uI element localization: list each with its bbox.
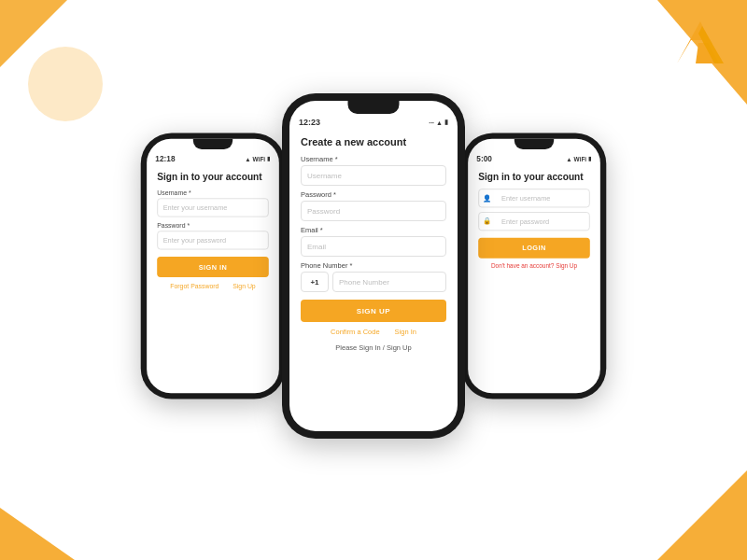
phone-right-screen: 5:00 ▲ WiFi ▮ Sign in to your account 👤 … (468, 139, 600, 393)
center-link-row: Confirm a Code Sign In (301, 328, 446, 336)
signin-link-center[interactable]: Sign In (395, 328, 416, 336)
notch-center (348, 101, 400, 114)
left-screen-title: Sign in to your account (157, 172, 269, 182)
no-account-text: Don't have an account? Sign Up (478, 262, 590, 268)
left-screen-content: Sign in to your account Username * Enter… (147, 166, 279, 299)
corner-decoration-bl (0, 485, 75, 560)
left-username-label: Username * (157, 189, 269, 196)
lock-icon: 🔒 (483, 217, 491, 225)
phone-left-screen: 12:18 ▲ WiFi ▮ Sign in to your account U… (147, 139, 279, 393)
center-phone-label: Phone Number * (301, 261, 446, 270)
status-icons-left: ▲ WiFi ▮ (245, 155, 270, 161)
time-left: 12:18 (155, 154, 175, 162)
phone-right: 5:00 ▲ WiFi ▮ Sign in to your account 👤 … (462, 133, 607, 399)
center-username-input[interactable]: Username (301, 165, 446, 186)
phones-container: 12:18 ▲ WiFi ▮ Sign in to your account U… (0, 93, 747, 439)
right-password-wrapper: 🔒 Enter password (478, 212, 590, 231)
signal-icon: ▲ (245, 156, 250, 161)
dots-icon: ··· (429, 119, 434, 126)
phone-center-screen: 12:23 ··· ▲ ▮ Create a new account Usern… (289, 101, 458, 431)
signin-button[interactable]: SIGN IN (157, 257, 269, 277)
status-icons-right: ▲ WiFi ▮ (566, 155, 591, 161)
center-password-input[interactable]: Password (301, 201, 446, 221)
battery-icon-right: ▮ (588, 155, 592, 161)
corner-decoration-br (635, 448, 747, 560)
center-screen-content: Create a new account Username * Username… (289, 131, 458, 361)
center-username-label: Username * (301, 155, 446, 163)
center-email-input[interactable]: Email (301, 236, 446, 257)
right-password-input[interactable]: Enter password (478, 212, 590, 231)
phone-number-input[interactable]: Phone Number (332, 272, 446, 292)
signup-link-left[interactable]: Sign Up (233, 282, 256, 289)
left-password-input[interactable]: Enter your password (157, 231, 269, 249)
signal-icon-right: ▲ (566, 156, 571, 161)
left-link-row: Forgot Password Sign Up (157, 282, 269, 289)
phone-left: 12:18 ▲ WiFi ▮ Sign in to your account U… (141, 133, 286, 399)
signup-button[interactable]: SIGN UP (301, 300, 446, 322)
center-email-label: Email * (301, 226, 446, 234)
wifi-icon: WiFi (253, 156, 266, 161)
center-screen-title: Create a new account (301, 136, 446, 147)
brand-logo (672, 17, 728, 68)
country-code[interactable]: +1 (301, 272, 329, 292)
wifi-icon-right: WiFi (574, 156, 587, 161)
time-center: 12:23 (299, 118, 320, 127)
notch-left (193, 139, 233, 149)
status-icons-center: ··· ▲ ▮ (429, 119, 448, 126)
right-screen-title: Sign in to your account (478, 172, 590, 182)
notch-right (514, 139, 554, 149)
confirm-code-link[interactable]: Confirm a Code (331, 328, 380, 336)
center-bottom-text: Please Sign In / Sign Up (301, 343, 446, 352)
login-button[interactable]: LOGIN (478, 238, 590, 259)
user-icon: 👤 (483, 194, 491, 202)
left-username-input[interactable]: Enter your username (157, 198, 269, 217)
battery-icon: ▮ (267, 155, 271, 161)
wifi-icon-center: ▲ (436, 119, 443, 126)
center-password-label: Password * (301, 190, 446, 199)
time-right: 5:00 (476, 154, 492, 162)
right-username-wrapper: 👤 Enter username (478, 189, 590, 207)
right-username-input[interactable]: Enter username (478, 189, 590, 207)
battery-icon-center: ▮ (444, 119, 448, 126)
left-password-label: Password * (157, 221, 269, 229)
right-screen-content: Sign in to your account 👤 Enter username… (468, 166, 600, 277)
phone-center: 12:23 ··· ▲ ▮ Create a new account Usern… (282, 93, 465, 439)
signup-link-right[interactable]: Sign Up (556, 262, 577, 268)
phone-number-row: +1 Phone Number (301, 272, 446, 292)
forgot-password-link[interactable]: Forgot Password (170, 282, 218, 289)
